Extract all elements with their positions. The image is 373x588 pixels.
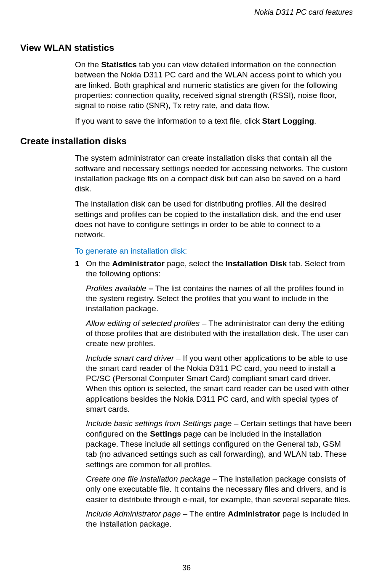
text-bold: Installation Disk: [226, 259, 287, 268]
text-bold: Administrator: [112, 259, 165, 268]
create-paragraph-2: The installation disk can be used for di…: [75, 199, 353, 240]
text-bold: Administrator: [228, 509, 280, 518]
option-title: Create one file installation package: [86, 474, 210, 483]
text-bold: Statistics: [101, 60, 136, 69]
option-title: Allow editing of selected profiles: [86, 319, 200, 328]
option-title: Profiles available: [86, 284, 147, 293]
option-one-file-package: Create one file installation package – T…: [86, 474, 353, 505]
option-title: Include smart card driver: [86, 354, 174, 363]
option-smart-card-driver: Include smart card driver – If you want …: [86, 353, 353, 415]
text: If you want to save the information to a…: [75, 117, 262, 125]
option-include-admin-page: Include Administrator page – The entire …: [86, 509, 353, 530]
option-text: The entire: [189, 509, 228, 518]
text: On the: [75, 60, 101, 69]
running-header: Nokia D311 PC card features: [254, 8, 353, 17]
option-title: Include basic settings from Settings pag…: [86, 419, 232, 428]
dash: –: [210, 474, 219, 483]
dash: –: [147, 284, 155, 293]
text-bold: Start Logging: [262, 117, 314, 125]
heading-create-disks: Create installation disks: [20, 135, 353, 147]
step-number: 1: [75, 259, 80, 269]
text: .: [314, 117, 316, 125]
option-basic-settings: Include basic settings from Settings pag…: [86, 418, 353, 470]
option-profiles-available: Profiles available – The list contains t…: [86, 283, 353, 314]
text: On the: [86, 259, 112, 268]
dash: –: [181, 509, 189, 518]
page-content: View WLAN statistics On the Statistics t…: [0, 0, 373, 530]
text-bold: Settings: [150, 429, 181, 438]
option-allow-editing: Allow editing of selected profiles – The…: [86, 318, 353, 349]
wlan-paragraph-2: If you want to save the information to a…: [75, 116, 353, 126]
step-1: 1 On the Administrator page, select the …: [75, 259, 353, 279]
create-paragraph-1: The system administrator can create inst…: [75, 153, 353, 194]
dash: –: [232, 419, 240, 428]
step-label: To generate an installation disk:: [75, 246, 353, 256]
text: page, select the: [165, 259, 226, 268]
option-title: Include Administrator page: [86, 509, 181, 518]
dash: –: [174, 354, 183, 363]
page-number: 36: [0, 563, 373, 573]
dash: –: [200, 319, 208, 328]
heading-view-wlan: View WLAN statistics: [20, 42, 353, 54]
wlan-paragraph-1: On the Statistics tab you can view detai…: [75, 60, 353, 111]
